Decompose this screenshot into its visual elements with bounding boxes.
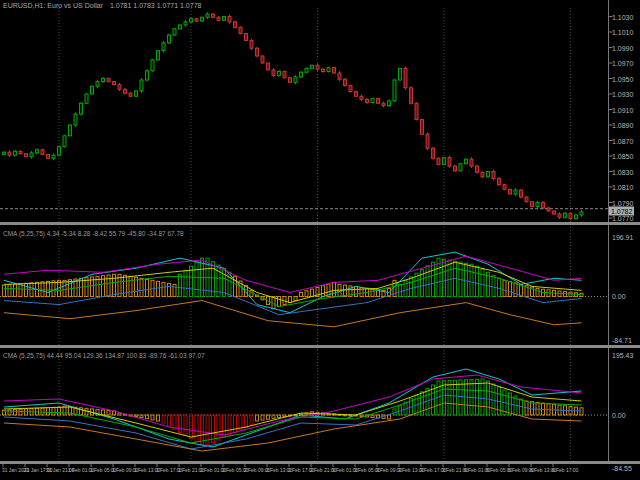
candle-body: [322, 69, 325, 71]
histogram-bar: [157, 281, 160, 296]
candle-body: [124, 89, 127, 93]
indicator2-label: CMA (5,25,75) 44.44 95.04 129.36 134.87 …: [3, 352, 205, 359]
histogram-bar: [14, 284, 17, 296]
histogram-bar: [322, 286, 325, 297]
price-axis-label: 1.0930: [612, 91, 633, 98]
candle-body: [305, 68, 308, 72]
candle-body: [272, 70, 275, 75]
histogram-bar: [410, 277, 413, 297]
candle-body: [102, 78, 105, 81]
histogram-bar: [184, 415, 187, 436]
pane2-scale-bottom: -84.55: [612, 465, 632, 472]
price-axis-label: 1.0970: [612, 60, 633, 67]
pane2-zero-label: 0.00: [612, 412, 626, 419]
histogram-bar: [294, 297, 297, 301]
candle-body: [344, 79, 347, 85]
histogram-bar: [162, 282, 165, 296]
price-axis-label: 1.0790: [612, 199, 633, 206]
histogram-bar: [47, 408, 50, 415]
candle-body: [201, 17, 204, 21]
candle-body: [146, 71, 149, 80]
candle-body: [129, 93, 132, 96]
histogram-bar: [454, 380, 457, 415]
histogram-bar: [448, 381, 451, 416]
candle-body: [223, 16, 226, 20]
histogram-bar: [470, 264, 473, 296]
candle-body: [399, 68, 402, 80]
candle-body: [355, 92, 358, 97]
histogram-bar: [476, 379, 479, 415]
candle-body: [503, 185, 506, 190]
histogram-bar: [146, 279, 149, 296]
candle-body: [536, 202, 539, 206]
candle-body: [553, 211, 556, 214]
candle-body: [421, 120, 424, 135]
pane-separator-2[interactable]: [0, 345, 640, 348]
candle-body: [96, 82, 99, 87]
candle-body: [250, 40, 253, 48]
histogram-bar: [107, 410, 110, 415]
histogram-bar: [146, 415, 149, 419]
candle-body: [179, 25, 182, 29]
symbol-label: EURUSD,H1: Euro vs US Dollar: [3, 2, 103, 9]
time-axis-label: 6 Feb 17:00: [552, 467, 578, 473]
chart-canvas[interactable]: [0, 0, 640, 480]
candle-body: [184, 22, 187, 25]
candle-body: [69, 125, 72, 136]
pane1-scale-top: 196.91: [612, 234, 633, 241]
candle-body: [261, 56, 264, 63]
histogram-bar: [498, 278, 501, 296]
candle-body: [283, 71, 286, 77]
candle-body: [371, 99, 374, 103]
candle-body: [58, 147, 61, 156]
candle-body: [448, 158, 451, 167]
histogram-bar: [278, 415, 281, 417]
candle-body: [404, 68, 407, 87]
candle-body: [514, 190, 517, 194]
candle-body: [162, 43, 165, 51]
candle-body: [278, 71, 281, 75]
axis-separator[interactable]: [0, 461, 640, 464]
histogram-bar: [168, 415, 171, 426]
candle-body: [487, 171, 490, 176]
price-axis-label: 1.0950: [612, 75, 633, 82]
histogram-bar: [25, 283, 28, 296]
candle-body: [173, 29, 176, 35]
candle-body: [333, 68, 336, 73]
histogram-bar: [223, 415, 226, 438]
candle-body: [531, 202, 534, 207]
histogram-bar: [278, 297, 281, 307]
histogram-bar: [492, 275, 495, 296]
histogram-bar: [344, 285, 347, 296]
candle-body: [300, 72, 303, 77]
candle-body: [415, 103, 418, 119]
histogram-bar: [179, 415, 182, 432]
histogram-bar: [448, 260, 451, 296]
candle-body: [311, 65, 314, 68]
price-axis-label: 1.0810: [612, 184, 633, 191]
histogram-bar: [250, 415, 253, 425]
pane1-zero-label: 0.00: [612, 293, 626, 300]
candle-body: [190, 19, 193, 22]
histogram-bar: [426, 266, 429, 297]
pane-separator-1[interactable]: [0, 222, 640, 225]
histogram-bar: [140, 415, 143, 418]
histogram-bar: [300, 292, 303, 296]
candle-body: [443, 158, 446, 165]
histogram-bar: [360, 415, 363, 416]
histogram-bar: [476, 266, 479, 296]
histogram-bar: [388, 415, 391, 419]
candle-body: [135, 91, 138, 96]
candle-body: [8, 152, 11, 155]
candle-body: [234, 22, 237, 27]
histogram-bar: [305, 291, 308, 297]
histogram-bar: [52, 281, 55, 297]
histogram-bar: [311, 289, 314, 296]
histogram-bar: [151, 415, 154, 420]
ohlc-values: 1.0781 1.0783 1.0771 1.0778: [110, 2, 201, 9]
price-axis-label: 1.1010: [612, 29, 633, 36]
bid-price-label: 1.0782: [609, 207, 634, 216]
candle-body: [14, 151, 17, 155]
histogram-bar: [14, 410, 17, 415]
chart-title: EURUSD,H1: Euro vs US Dollar1.0781 1.078…: [3, 2, 201, 9]
